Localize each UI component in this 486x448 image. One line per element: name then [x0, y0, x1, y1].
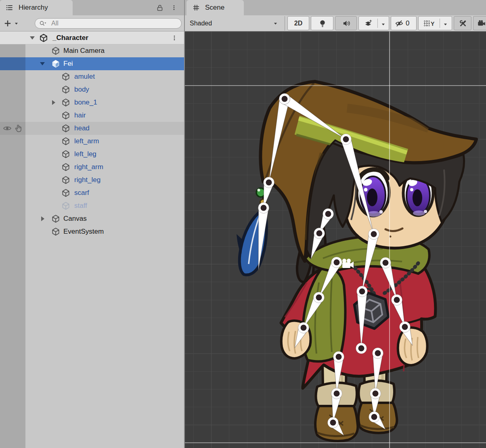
camera-gizmo-icon: [350, 262, 354, 268]
row-label: body: [74, 83, 89, 96]
row-label: Canvas: [63, 212, 87, 225]
bone-head-spine[interactable]: [362, 233, 379, 291]
bone-right-leg[interactable]: [373, 353, 383, 394]
hierarchy-row-left-arm[interactable]: left_arm: [0, 135, 184, 148]
bone-head-spine[interactable]: [282, 95, 346, 139]
hierarchy-tree: _Character Main Camera Fei amulet body: [0, 31, 184, 448]
panel-menu-kebab-icon[interactable]: [171, 3, 177, 12]
foldout-open-icon[interactable]: [38, 60, 46, 68]
bone-hat-tassel[interactable]: [258, 207, 268, 270]
bone-rig-overlay[interactable]: [185, 31, 486, 448]
2d-toggle-button[interactable]: 2D: [287, 16, 309, 30]
row-label: right_arm: [74, 161, 103, 174]
foldout-closed-icon[interactable]: [38, 215, 46, 223]
tab-scene[interactable]: Scene: [186, 0, 244, 15]
camera-gizmo-icon: [342, 259, 346, 263]
hierarchy-row-staff[interactable]: staff: [0, 199, 184, 212]
joint-center: [371, 414, 377, 420]
hierarchy-tabstrip: Hierarchy: [0, 0, 184, 15]
joint-center: [282, 96, 288, 102]
unity-logo-icon: [39, 33, 48, 42]
grid-icon: [423, 19, 432, 28]
wrench-screwdriver-icon: [459, 19, 467, 28]
camera-gizmo-icon: [347, 259, 351, 263]
camera-settings-button[interactable]: [473, 16, 486, 30]
grid-major-horizontal-line: [185, 442, 486, 443]
hierarchy-row-bone-1[interactable]: bone_1: [0, 96, 184, 109]
row-label: Fei: [63, 57, 73, 70]
lock-icon[interactable]: [156, 4, 164, 12]
gameobject-cube-icon: [61, 72, 70, 81]
gameobject-cube-icon: [61, 163, 70, 172]
2d-label: 2D: [288, 17, 309, 30]
scene-panel: Scene Shaded 2D: [185, 0, 486, 448]
gameobject-cube-icon: [51, 46, 60, 55]
effects-toggle-button[interactable]: [358, 16, 389, 30]
hierarchy-row-hair[interactable]: hair: [0, 109, 184, 122]
search-input[interactable]: All: [35, 18, 182, 29]
hierarchy-list-icon: [5, 4, 13, 12]
prefab-cube-icon: [51, 59, 60, 68]
camera-gizmo-icon: [342, 262, 350, 268]
hierarchy-row-canvas[interactable]: Canvas: [0, 212, 184, 225]
joint-center: [334, 391, 340, 397]
hierarchy-row-eventsystem[interactable]: EventSystem: [0, 225, 184, 238]
hierarchy-row-left-leg[interactable]: left_leg: [0, 148, 184, 161]
hidden-count: 0: [406, 17, 409, 30]
hierarchy-toolbar: All: [0, 15, 184, 31]
bone-head-spine[interactable]: [357, 291, 367, 348]
chevron-down-icon[interactable]: [443, 22, 448, 27]
hierarchy-row-scene-root[interactable]: _Character: [0, 31, 184, 44]
gameobject-cube-icon: [61, 124, 70, 133]
search-placeholder: All: [51, 19, 59, 28]
scene-visibility-button[interactable]: 0: [391, 16, 417, 30]
create-dropdown-caret-icon[interactable]: [14, 21, 19, 26]
foldout-closed-icon[interactable]: [49, 98, 57, 107]
grid-settings-button[interactable]: Y: [418, 16, 452, 30]
gameobject-cube-icon: [61, 150, 70, 159]
gameobject-cube-icon: [61, 176, 70, 184]
row-label: head: [74, 122, 90, 135]
audio-toggle-button[interactable]: [335, 16, 357, 30]
joint-center: [371, 231, 377, 237]
tab-hierarchy[interactable]: Hierarchy: [0, 0, 73, 15]
row-label: scarf: [74, 186, 89, 199]
joint-center: [358, 345, 364, 352]
joint-center: [336, 354, 342, 360]
lighting-toggle-button[interactable]: [311, 16, 333, 30]
bone-head-spine[interactable]: [341, 138, 374, 234]
scene-viewport[interactable]: [185, 31, 486, 448]
grid-axis-label: Y: [431, 21, 434, 27]
gameobject-cube-icon: [61, 111, 70, 120]
shading-mode-label: Shaded: [190, 15, 212, 31]
hierarchy-row-body[interactable]: body: [0, 83, 184, 96]
hierarchy-row-scarf[interactable]: scarf: [0, 186, 184, 199]
hierarchy-row-amulet[interactable]: amulet: [0, 70, 184, 83]
hierarchy-row-main-camera[interactable]: Main Camera: [0, 44, 184, 57]
row-label: hair: [74, 109, 86, 122]
speaker-icon: [342, 19, 351, 28]
joint-center: [375, 350, 381, 356]
joint-center: [343, 136, 349, 142]
joint-center: [394, 297, 400, 303]
create-add-button[interactable]: [3, 19, 12, 28]
foldout-open-icon[interactable]: [28, 34, 36, 42]
shading-mode-dropdown[interactable]: Shaded: [185, 15, 284, 31]
effects-sparkle-icon: [364, 19, 373, 28]
hierarchy-row-head[interactable]: head: [0, 122, 184, 135]
hierarchy-row-fei[interactable]: Fei: [0, 57, 184, 70]
bone-hat-tassel[interactable]: [269, 98, 289, 182]
unity-editor: Hierarchy All _Character Main Camera: [0, 0, 486, 448]
joint-center: [261, 205, 267, 211]
row-label: _Character: [52, 31, 88, 44]
hierarchy-row-right-arm[interactable]: right_arm: [0, 161, 184, 174]
row-label: left_arm: [74, 135, 99, 148]
scene-menu-kebab-icon[interactable]: [171, 33, 178, 42]
hierarchy-row-right-leg[interactable]: right_leg: [0, 174, 184, 186]
row-label: staff: [74, 199, 87, 212]
row-label: Main Camera: [63, 44, 105, 57]
chevron-down-icon[interactable]: [381, 22, 386, 27]
tool-settings-button[interactable]: [454, 16, 471, 30]
scene-tab-label: Scene: [205, 0, 224, 15]
joint-center: [359, 289, 365, 295]
